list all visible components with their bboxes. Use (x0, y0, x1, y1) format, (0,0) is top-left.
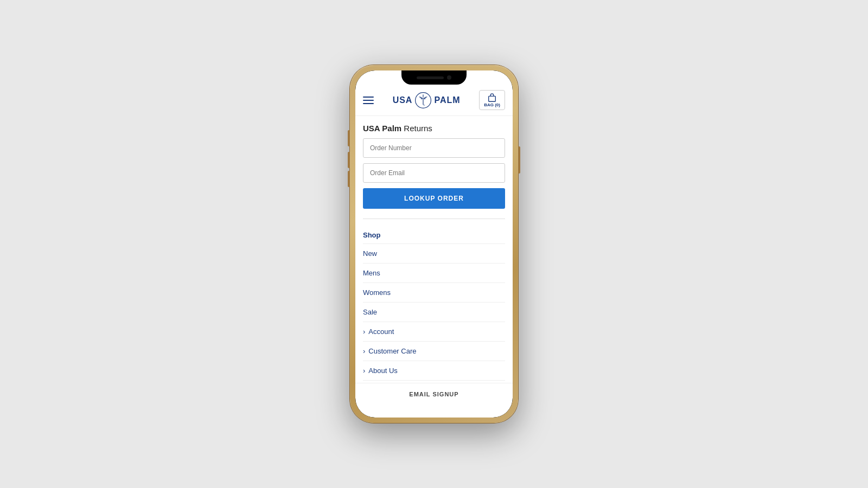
svg-rect-2 (489, 96, 496, 101)
returns-form: LOOKUP ORDER (355, 138, 513, 209)
logo-usa-text: USA (393, 95, 413, 105)
order-email-input[interactable] (363, 163, 505, 183)
hamburger-menu-button[interactable] (363, 97, 374, 104)
phone-inner: USA PALM (355, 70, 513, 418)
nav-item-sale-text: Sale (363, 308, 377, 316)
logo-icon (414, 92, 432, 109)
nav-item-customer-care[interactable]: › Customer Care (363, 342, 505, 361)
nav-item-about-us[interactable]: › About Us (363, 361, 505, 381)
bag-label: BAG (0) (484, 102, 500, 107)
lookup-order-button[interactable]: LOOKUP ORDER (363, 188, 505, 209)
phone-frame: USA PALM (350, 65, 518, 423)
menu-line-2 (363, 100, 374, 101)
nav-section: Shop New Mens Womens Sale › (355, 219, 513, 381)
header: USA PALM (355, 85, 513, 116)
nav-item-womens[interactable]: Womens (363, 283, 505, 303)
page-title-suffix: Returns (401, 124, 432, 133)
page-title: USA Palm Returns (355, 116, 513, 138)
speaker (417, 76, 444, 79)
chevron-right-icon-aboutus: › (363, 367, 365, 375)
page-title-prefix: USA Palm (363, 124, 401, 133)
nav-item-mens-text: Mens (363, 269, 380, 277)
chevron-right-icon-account: › (363, 328, 365, 336)
phone-notch (401, 70, 467, 85)
shop-category-label: Shop (363, 227, 505, 244)
nav-item-womens-text: Womens (363, 288, 391, 297)
chevron-right-icon-customercare: › (363, 347, 365, 355)
phone-screen: USA PALM (355, 70, 513, 418)
logo[interactable]: USA PALM (393, 92, 461, 109)
menu-line-1 (363, 97, 374, 98)
nav-item-new-text: New (363, 249, 377, 258)
nav-item-mens[interactable]: Mens (363, 264, 505, 283)
camera (447, 75, 451, 80)
screen-content: USA PALM (355, 70, 513, 418)
bag-icon (487, 93, 497, 102)
nav-item-sale[interactable]: Sale (363, 303, 505, 322)
order-number-input[interactable] (363, 138, 505, 158)
nav-item-about-us-text: About Us (368, 367, 397, 375)
nav-item-new[interactable]: New (363, 244, 505, 264)
menu-line-3 (363, 103, 374, 104)
email-signup-button[interactable]: EMAIL SIGNUP (355, 383, 513, 405)
logo-palm-text: PALM (434, 95, 460, 105)
bag-button[interactable]: BAG (0) (479, 90, 505, 110)
nav-item-account-text: Account (368, 328, 394, 336)
nav-item-account[interactable]: › Account (363, 322, 505, 342)
nav-item-customer-care-text: Customer Care (368, 347, 416, 355)
